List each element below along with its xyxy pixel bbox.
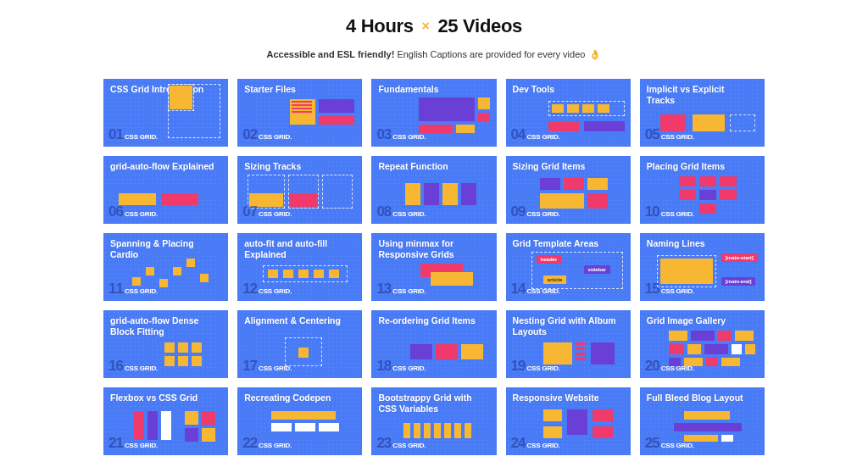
area-tag-sidebar: sidebar: [584, 265, 610, 274]
video-card-17[interactable]: Alignment & Centering 17CSS GRID.: [237, 310, 362, 378]
brand-label: CSS GRID.: [392, 364, 426, 372]
video-number: 06: [108, 203, 123, 220]
video-card-10[interactable]: Placing Grid Items 10CSS GRID.: [640, 156, 765, 224]
video-title: Flexbox vs CSS Grid: [110, 392, 216, 403]
brand-label: CSS GRID.: [392, 210, 426, 218]
video-title: Dev Tools: [513, 84, 619, 95]
video-card-01[interactable]: CSS Grid Introduction 01CSS GRID.: [103, 79, 228, 147]
brand-label: CSS GRID.: [259, 364, 292, 372]
video-card-05[interactable]: Implicit vs Explicit Tracks 05CSS GRID.: [640, 79, 765, 147]
video-card-21[interactable]: Flexbox vs CSS Grid 21CSS GRID.: [103, 387, 228, 455]
video-number: 04: [511, 126, 526, 143]
video-card-03[interactable]: Fundamentals 03CSS GRID.: [371, 79, 496, 147]
video-number: 01: [108, 126, 123, 143]
video-card-24[interactable]: Responsive Website 24CSS GRID.: [506, 387, 631, 455]
page-heading: 4 Hours × 25 Videos: [103, 15, 765, 37]
video-card-25[interactable]: Full Bleed Blog Layout 25CSS GRID.: [640, 387, 765, 455]
brand-label: CSS GRID.: [661, 287, 694, 295]
video-title: Nesting Grid with Album Layouts: [513, 315, 619, 337]
video-number: 09: [511, 203, 526, 220]
line-tag-start: [main-start]: [721, 253, 758, 262]
video-title: Starter Files: [244, 84, 350, 95]
heading-videos: 25 Videos: [437, 15, 522, 36]
video-number: 22: [242, 435, 257, 452]
video-title: CSS Grid Introduction: [110, 84, 216, 95]
video-card-08[interactable]: Repeat Function 08CSS GRID.: [371, 156, 496, 224]
video-card-22[interactable]: Recreating Codepen 22CSS GRID.: [237, 387, 362, 455]
video-card-04[interactable]: Dev Tools 04CSS GRID.: [506, 79, 631, 147]
video-title: grid-auto-flow Dense Block Fitting: [110, 315, 216, 337]
video-title: grid-auto-flow Explained: [110, 161, 216, 172]
video-card-18[interactable]: Re-ordering Grid Items 18CSS GRID.: [371, 310, 496, 378]
brand-label: CSS GRID.: [661, 364, 694, 372]
video-title: Responsive Website: [513, 392, 619, 403]
brand-label: CSS GRID.: [125, 133, 158, 141]
brand-label: CSS GRID.: [661, 210, 694, 218]
video-title: auto-fit and auto-fill Explained: [244, 238, 350, 259]
video-grid: CSS Grid Introduction 01CSS GRID. Starte…: [103, 79, 765, 455]
video-number: 18: [376, 358, 391, 375]
brand-label: CSS GRID.: [527, 210, 560, 218]
video-number: 03: [376, 126, 391, 143]
brand-label: CSS GRID.: [259, 210, 292, 218]
brand-label: CSS GRID.: [125, 287, 158, 295]
video-number: 11: [108, 281, 123, 298]
video-card-02[interactable]: Starter Files 02CSS GRID.: [237, 79, 362, 147]
brand-label: CSS GRID.: [392, 287, 426, 295]
video-number: 15: [645, 281, 659, 298]
video-card-07[interactable]: Sizing Tracks 07CSS GRID.: [237, 156, 362, 224]
video-number: 16: [108, 358, 123, 375]
video-number: 23: [376, 435, 391, 452]
brand-label: CSS GRID.: [527, 364, 560, 372]
video-number: 12: [242, 281, 257, 298]
video-title: Re-ordering Grid Items: [378, 315, 484, 326]
video-title: Implicit vs Explicit Tracks: [647, 84, 753, 105]
video-title: Naming Lines: [647, 238, 753, 249]
brand-label: CSS GRID.: [527, 287, 560, 295]
video-card-19[interactable]: Nesting Grid with Album Layouts 19CSS GR…: [506, 310, 631, 378]
video-card-06[interactable]: grid-auto-flow Explained 06CSS GRID.: [103, 156, 228, 224]
video-number: 10: [645, 203, 659, 220]
video-number: 14: [511, 281, 526, 298]
brand-label: CSS GRID.: [259, 442, 292, 449]
brand-label: CSS GRID.: [259, 133, 292, 141]
video-number: 05: [645, 126, 659, 143]
video-card-14[interactable]: header sidebar article Grid Template Are…: [506, 233, 631, 301]
subtitle-bold: Accessible and ESL friendly!: [267, 49, 395, 59]
area-tag-header: header: [537, 255, 562, 264]
brand-label: CSS GRID.: [125, 364, 158, 372]
line-tag-end: [main-end]: [721, 277, 756, 286]
video-card-13[interactable]: Using minmax for Responsive Grids 13CSS …: [371, 233, 496, 301]
video-card-09[interactable]: Sizing Grid Items 09CSS GRID.: [506, 156, 631, 224]
brand-label: CSS GRID.: [125, 442, 158, 449]
video-number: 07: [242, 203, 257, 220]
video-title: Alignment & Centering: [244, 315, 350, 326]
video-card-23[interactable]: Bootstrappy Grid with CSS Variables 23CS…: [371, 387, 496, 455]
video-card-15[interactable]: [main-start] [main-end] Naming Lines 15C…: [640, 233, 765, 301]
video-title: Bootstrappy Grid with CSS Variables: [378, 392, 484, 414]
subtitle-rest: English Captions are provided for every …: [397, 49, 585, 59]
video-number: 02: [242, 126, 257, 143]
video-title: Spanning & Placing Cardio: [110, 238, 216, 259]
brand-label: CSS GRID.: [661, 133, 694, 141]
video-title: Full Bleed Blog Layout: [647, 392, 753, 403]
video-title: Recreating Codepen: [244, 392, 350, 403]
brand-label: CSS GRID.: [392, 133, 426, 141]
video-card-16[interactable]: grid-auto-flow Dense Block Fitting 16CSS…: [103, 310, 228, 378]
video-title: Sizing Grid Items: [513, 161, 619, 172]
video-number: 08: [376, 203, 391, 220]
video-title: Sizing Tracks: [244, 161, 350, 172]
video-title: Repeat Function: [378, 161, 484, 172]
video-number: 24: [511, 435, 526, 452]
video-card-11[interactable]: Spanning & Placing Cardio 11CSS GRID.: [103, 233, 228, 301]
video-title: Using minmax for Responsive Grids: [378, 238, 484, 259]
video-title: Grid Template Areas: [513, 238, 619, 249]
video-card-12[interactable]: auto-fit and auto-fill Explained 12CSS G…: [237, 233, 362, 301]
ok-hand-emoji: 👌: [589, 49, 601, 59]
video-card-20[interactable]: Grid Image Gallery 20CSS GRID.: [640, 310, 765, 378]
brand-label: CSS GRID.: [259, 287, 292, 295]
video-number: 13: [376, 281, 391, 298]
heading-separator: ×: [422, 19, 430, 33]
video-title: Placing Grid Items: [647, 161, 753, 172]
video-title: Fundamentals: [378, 84, 484, 95]
